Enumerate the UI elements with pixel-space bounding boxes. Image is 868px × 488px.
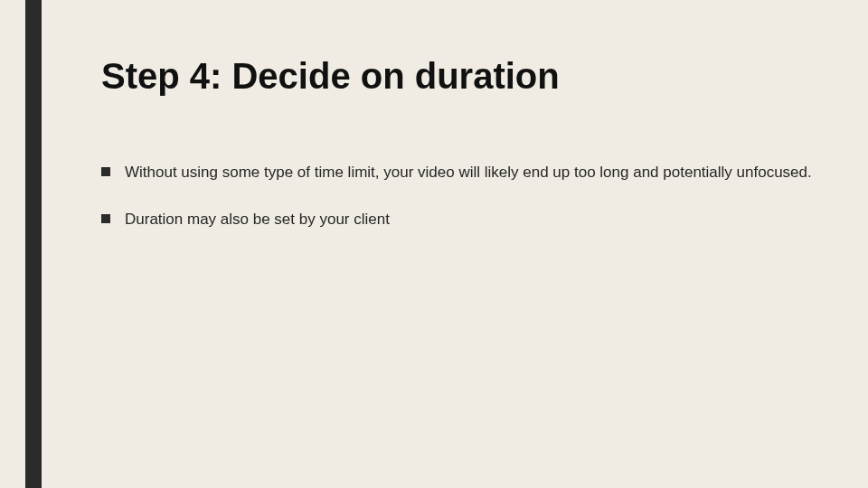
- list-item: Duration may also be set by your client: [101, 210, 816, 230]
- side-stripe: [25, 0, 42, 488]
- bullet-list: Without using some type of time limit, y…: [101, 163, 816, 230]
- slide-title: Step 4: Decide on duration: [101, 56, 560, 97]
- slide-body: Without using some type of time limit, y…: [101, 163, 816, 257]
- list-item: Without using some type of time limit, y…: [101, 163, 816, 183]
- slide: Step 4: Decide on duration Without using…: [0, 0, 868, 488]
